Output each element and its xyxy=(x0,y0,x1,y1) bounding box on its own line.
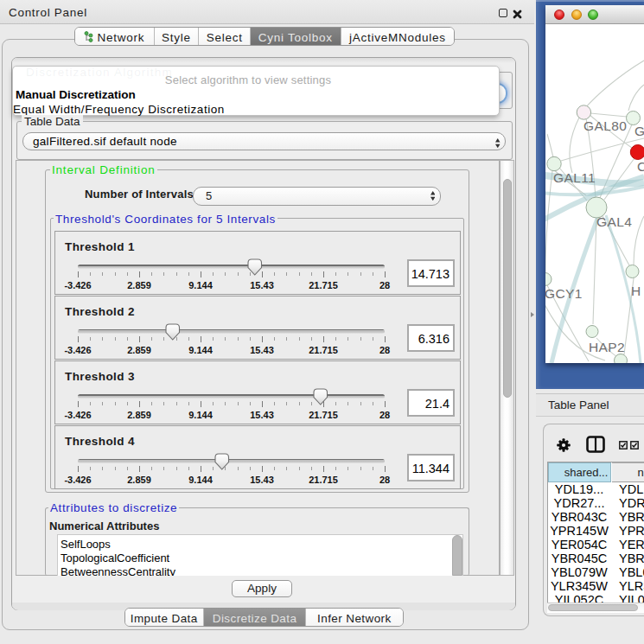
svg-text:GAL4: GAL4 xyxy=(596,214,632,229)
svg-text:H: H xyxy=(631,284,641,298)
svg-text:C: C xyxy=(637,159,644,174)
svg-text:GCY1: GCY1 xyxy=(545,286,583,301)
svg-text:GAL11: GAL11 xyxy=(553,170,596,185)
svg-text:HAP2: HAP2 xyxy=(589,340,625,354)
svg-text:G.: G. xyxy=(634,124,644,138)
svg-text:GAL80: GAL80 xyxy=(583,118,627,133)
